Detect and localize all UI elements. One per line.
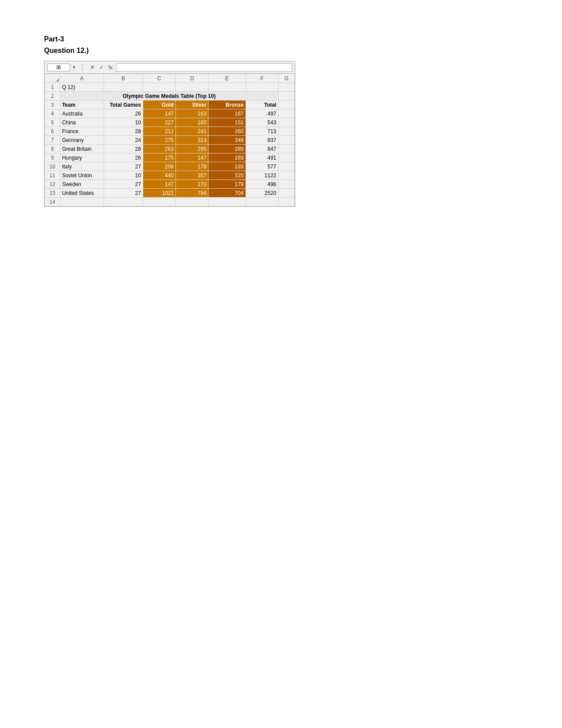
cell-10d[interactable]: 178	[176, 162, 208, 171]
cell-12e[interactable]: 179	[208, 180, 246, 189]
cell-5f[interactable]: 543	[246, 118, 278, 127]
cell-11c[interactable]: 440	[143, 171, 175, 180]
cell-11g[interactable]	[278, 171, 294, 180]
cell-9d[interactable]: 147	[176, 153, 208, 162]
cell-8a[interactable]: Great Britain	[60, 145, 104, 153]
cell-7d[interactable]: 313	[176, 136, 208, 145]
cell-1c[interactable]	[143, 83, 175, 92]
col-header-e[interactable]: E	[208, 74, 246, 83]
cell-14d[interactable]	[176, 198, 208, 206]
cell-12f[interactable]: 496	[246, 180, 278, 189]
cell-14g[interactable]	[278, 198, 294, 206]
col-header-b[interactable]: B	[104, 74, 143, 83]
col-header-a[interactable]: A	[60, 74, 104, 83]
cell-7g[interactable]	[278, 136, 294, 145]
cell-5b[interactable]: 10	[104, 118, 143, 127]
cell-12c[interactable]: 147	[143, 180, 175, 189]
cell-5c[interactable]: 227	[143, 118, 175, 127]
cell-10g[interactable]	[278, 162, 294, 171]
cell-6e[interactable]: 260	[208, 127, 246, 136]
cell-13d[interactable]: 794	[176, 189, 208, 198]
col-header-c[interactable]: C	[143, 74, 175, 83]
cell-2-title[interactable]: Olympic Game Medals Table (Top 10)	[60, 92, 278, 101]
cell-5d[interactable]: 165	[176, 118, 208, 127]
cell-3b[interactable]: Total Games	[104, 101, 143, 109]
cell-13b[interactable]: 27	[104, 189, 143, 198]
dropdown-arrow-icon[interactable]: ▼	[72, 65, 76, 70]
cell-1a[interactable]: Q 12)	[60, 83, 104, 92]
cell-1d[interactable]	[176, 83, 208, 92]
cell-4e[interactable]: 187	[208, 109, 246, 118]
cell-9c[interactable]: 175	[143, 153, 175, 162]
cell-5e[interactable]: 151	[208, 118, 246, 127]
cell-11f[interactable]: 1122	[246, 171, 278, 180]
cell-1b[interactable]	[104, 83, 143, 92]
cancel-icon[interactable]: ✕	[89, 64, 96, 71]
cell-14c[interactable]	[143, 198, 175, 206]
cell-7a[interactable]: Germany	[60, 136, 104, 145]
cell-4a[interactable]: Australia	[60, 109, 104, 118]
cell-4c[interactable]: 147	[143, 109, 175, 118]
cell-8e[interactable]: 289	[208, 145, 246, 153]
name-box[interactable]	[47, 63, 70, 71]
cell-3c[interactable]: Gold	[143, 101, 175, 109]
cell-6g[interactable]	[278, 127, 294, 136]
col-header-f[interactable]: F	[246, 74, 278, 83]
cell-4g[interactable]	[278, 109, 294, 118]
cell-14f[interactable]	[246, 198, 278, 206]
cell-8b[interactable]: 28	[104, 145, 143, 153]
cell-11d[interactable]: 357	[176, 171, 208, 180]
cell-8d[interactable]: 295	[176, 145, 208, 153]
cell-14a[interactable]	[60, 198, 104, 206]
cell-10f[interactable]: 577	[246, 162, 278, 171]
cell-3a[interactable]: Team	[60, 101, 104, 109]
cell-4b[interactable]: 26	[104, 109, 143, 118]
cell-6a[interactable]: France	[60, 127, 104, 136]
cell-1f[interactable]	[246, 83, 278, 92]
cell-6b[interactable]: 28	[104, 127, 143, 136]
cell-13a[interactable]: United States	[60, 189, 104, 198]
cell-12d[interactable]: 170	[176, 180, 208, 189]
cell-7f[interactable]: 937	[246, 136, 278, 145]
cell-9e[interactable]: 169	[208, 153, 246, 162]
cell-9a[interactable]: Hungary	[60, 153, 104, 162]
cell-1g[interactable]	[278, 83, 294, 92]
col-header-d[interactable]: D	[176, 74, 208, 83]
cell-8c[interactable]: 263	[143, 145, 175, 153]
cell-7b[interactable]: 24	[104, 136, 143, 145]
cell-8f[interactable]: 847	[246, 145, 278, 153]
cell-12a[interactable]: Sweden	[60, 180, 104, 189]
cell-10e[interactable]: 193	[208, 162, 246, 171]
cell-4d[interactable]: 163	[176, 109, 208, 118]
cell-11a[interactable]: Soviet Union	[60, 171, 104, 180]
cell-5a[interactable]: China	[60, 118, 104, 127]
cell-10a[interactable]: Italy	[60, 162, 104, 171]
cell-11b[interactable]: 10	[104, 171, 143, 180]
cell-13g[interactable]	[278, 189, 294, 198]
cell-3g[interactable]	[278, 101, 294, 109]
cell-12g[interactable]	[278, 180, 294, 189]
cell-1e[interactable]	[208, 83, 246, 92]
cell-2g[interactable]	[278, 92, 294, 101]
fx-icon[interactable]: fx	[107, 64, 114, 71]
cell-9f[interactable]: 491	[246, 153, 278, 162]
cell-11e[interactable]: 325	[208, 171, 246, 180]
cell-13f[interactable]: 2520	[246, 189, 278, 198]
cell-5g[interactable]	[278, 118, 294, 127]
cell-3e[interactable]: Bronze	[208, 101, 246, 109]
cell-9g[interactable]	[278, 153, 294, 162]
cell-4f[interactable]: 497	[246, 109, 278, 118]
cell-9b[interactable]: 26	[104, 153, 143, 162]
cell-10c[interactable]: 206	[143, 162, 175, 171]
cell-6f[interactable]: 713	[246, 127, 278, 136]
cell-14b[interactable]	[104, 198, 143, 206]
cell-7e[interactable]: 349	[208, 136, 246, 145]
cell-3d[interactable]: Silver	[176, 101, 208, 109]
cell-10b[interactable]: 27	[104, 162, 143, 171]
cell-7c[interactable]: 275	[143, 136, 175, 145]
cell-6c[interactable]: 212	[143, 127, 175, 136]
cell-3f[interactable]: Total	[246, 101, 278, 109]
cell-8g[interactable]	[278, 145, 294, 153]
cell-6d[interactable]: 241	[176, 127, 208, 136]
formula-input[interactable]	[116, 63, 292, 72]
